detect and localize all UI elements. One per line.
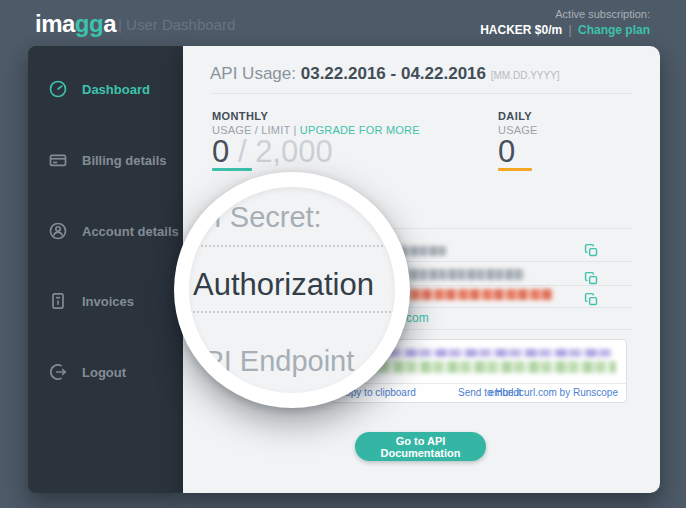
magnified-dotted-divider bbox=[189, 245, 395, 247]
usage-date-range: 03.22.2016 - 04.22.2016 bbox=[301, 64, 486, 83]
monthly-limit: 2,000 bbox=[255, 134, 333, 169]
magnified-api-endpoint-label: API Endpoint bbox=[189, 345, 354, 378]
daily-underline bbox=[498, 168, 532, 171]
copy-api-secret-icon[interactable] bbox=[584, 271, 599, 286]
header-divider bbox=[210, 93, 632, 94]
copy-api-key-icon[interactable] bbox=[584, 243, 599, 258]
api-usage-heading: API Usage: 03.22.2016 - 04.22.2016 [MM.D… bbox=[210, 64, 560, 84]
monthly-title: MONTHLY bbox=[212, 110, 268, 122]
api-usage-label: API Usage: bbox=[210, 64, 296, 83]
go-to-api-documentation-button[interactable]: Go to API Documentation bbox=[355, 432, 486, 461]
daily-usage-value: 0 bbox=[498, 134, 515, 170]
magnified-authorization-label: Authorization bbox=[193, 267, 374, 303]
magnified-api-secret-label: API Secret: bbox=[189, 201, 322, 234]
app-window: imagga | User Dashboard Active subscript… bbox=[0, 0, 686, 508]
magnifier-overlay: API Secret: Authorization API Endpoint bbox=[174, 172, 410, 408]
monthly-underline bbox=[212, 168, 252, 171]
redacted-api-secret-value bbox=[392, 269, 524, 280]
embedcurl-credit-link[interactable]: embedcurl.com by Runscope bbox=[488, 387, 618, 398]
daily-title: DAILY bbox=[498, 110, 532, 122]
monthly-usage-value: 0 / 2,000 bbox=[212, 134, 333, 170]
monthly-slash: / bbox=[238, 134, 247, 169]
copy-authorization-icon[interactable] bbox=[584, 292, 599, 307]
magnifier-lens: API Secret: Authorization API Endpoint bbox=[189, 187, 395, 393]
magnified-dotted-divider bbox=[189, 311, 395, 313]
embedcurl-footer-divider bbox=[330, 383, 626, 384]
date-format-hint: [MM.DD.YYYY] bbox=[491, 70, 560, 81]
redacted-authorization-value bbox=[387, 289, 553, 300]
monthly-used: 0 bbox=[212, 134, 229, 169]
